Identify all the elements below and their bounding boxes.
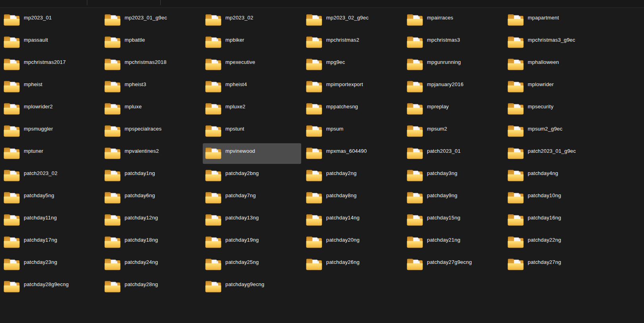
folder-tile[interactable]: mpstunt bbox=[203, 121, 301, 142]
explorer-window: mp2023_01 mp2023_01_g9ec mp2023_02 mp202… bbox=[0, 0, 644, 323]
folder-icon bbox=[205, 235, 221, 248]
folder-tile[interactable]: patchday18ng bbox=[102, 232, 200, 253]
folder-name: patchday21ng bbox=[427, 237, 460, 243]
folder-tile[interactable]: mpvalentines2 bbox=[102, 143, 200, 164]
folder-tile[interactable]: mpsecurity bbox=[505, 99, 604, 119]
folder-tile[interactable]: mplowrider2 bbox=[1, 99, 100, 119]
folder-tile[interactable]: patchday14ng bbox=[304, 210, 402, 231]
folder-tile[interactable]: mpluxe2 bbox=[203, 99, 301, 119]
folder-tile[interactable]: patch2023_01 bbox=[404, 143, 503, 164]
folder-tile[interactable]: mpsmuggler bbox=[1, 121, 100, 142]
folder-name: patchday16ng bbox=[528, 215, 561, 221]
folder-tile[interactable]: patchday6ng bbox=[102, 188, 200, 208]
folder-icon bbox=[306, 13, 322, 26]
folder-tile[interactable]: patchday10ng bbox=[505, 188, 604, 208]
folder-tile[interactable]: mpassault bbox=[1, 32, 100, 53]
folder-tile[interactable]: mpbiker bbox=[203, 32, 301, 53]
folder-tile[interactable]: patchday20ng bbox=[304, 232, 402, 253]
folder-tile[interactable]: mpapartment bbox=[505, 10, 604, 31]
folder-tile[interactable]: mpgunrunning bbox=[404, 54, 503, 75]
folder-tile[interactable]: mpjanuary2016 bbox=[404, 77, 503, 97]
folder-tile[interactable]: patchday28ng bbox=[102, 277, 200, 297]
folder-tile[interactable]: mppatchesng bbox=[304, 99, 402, 119]
folder-tile[interactable]: mpchristmas3 bbox=[404, 32, 503, 53]
folder-tile[interactable]: mpheist4 bbox=[203, 77, 301, 97]
folder-tile[interactable]: patchday1ng bbox=[102, 165, 200, 186]
folder-tile[interactable]: patchday3ng bbox=[404, 165, 503, 186]
folder-tile[interactable]: patchday26ng bbox=[304, 254, 402, 275]
folder-tile[interactable]: patchday23ng bbox=[1, 254, 100, 275]
folder-icon bbox=[4, 168, 20, 181]
folder-tile[interactable]: mpbattle bbox=[102, 32, 200, 53]
folder-tile[interactable]: mpxmas_604490 bbox=[304, 143, 402, 164]
folder-tile[interactable]: mphalloween bbox=[505, 54, 604, 75]
folder-name: mpvinewood bbox=[225, 148, 255, 154]
folder-tile[interactable]: patch2023_02 bbox=[1, 165, 100, 186]
folder-icon bbox=[306, 257, 322, 270]
folder-tile[interactable]: patchday24ng bbox=[102, 254, 200, 275]
folder-name: patchday20ng bbox=[326, 237, 359, 243]
folder-icon bbox=[4, 235, 20, 248]
folder-tile[interactable]: mpsum bbox=[304, 121, 402, 142]
folder-tile[interactable]: mpairraces bbox=[404, 10, 503, 31]
folder-tile[interactable]: patchday7ng bbox=[203, 188, 301, 208]
folder-tile[interactable]: patchday5ng bbox=[1, 188, 100, 208]
folder-tile[interactable]: patchday4ng bbox=[505, 165, 604, 186]
folder-icon bbox=[407, 257, 423, 270]
folder-tile[interactable]: patchday11ng bbox=[1, 210, 100, 231]
folder-tile[interactable]: mpchristmas2018 bbox=[102, 54, 200, 75]
folder-tile[interactable]: patchday9ng bbox=[404, 188, 503, 208]
folder-tile[interactable]: patchday25ng bbox=[203, 254, 301, 275]
folder-tile[interactable]: mp2023_02 bbox=[203, 10, 301, 31]
folder-tile[interactable]: patchday2bng bbox=[203, 165, 301, 186]
folder-name: mpbattle bbox=[125, 37, 145, 43]
folder-tile[interactable]: patchday22ng bbox=[505, 232, 604, 253]
folder-tile[interactable]: patchday13ng bbox=[203, 210, 301, 231]
folder-tile[interactable]: mpreplay bbox=[404, 99, 503, 119]
folder-tile[interactable]: mpchristmas2017 bbox=[1, 54, 100, 75]
folder-tile[interactable]: mp2023_01 bbox=[1, 10, 100, 31]
folder-tile[interactable]: mpimportexport bbox=[304, 77, 402, 97]
folder-tile[interactable]: mpheist3 bbox=[102, 77, 200, 97]
folder-tile[interactable]: mplowrider bbox=[505, 77, 604, 97]
folder-name: mpstunt bbox=[225, 126, 244, 132]
folder-tile[interactable]: mpheist bbox=[1, 77, 100, 97]
folder-tile[interactable]: patch2023_01_g9ec bbox=[505, 143, 604, 164]
folder-tile[interactable]: patchday27g9ecng bbox=[404, 254, 503, 275]
folder-icon bbox=[407, 13, 423, 26]
folder-tile[interactable]: patchday8ng bbox=[304, 188, 402, 208]
folder-icon bbox=[4, 190, 20, 204]
folder-tile[interactable]: patchday15ng bbox=[404, 210, 503, 231]
folder-tile[interactable]: patchday27ng bbox=[505, 254, 604, 275]
folder-icon bbox=[407, 57, 423, 70]
folder-icon bbox=[205, 57, 221, 70]
folder-tile[interactable]: mpsum2_g9ec bbox=[505, 121, 604, 142]
folder-name: patchday27g9ecng bbox=[427, 259, 472, 265]
folder-icon bbox=[104, 146, 121, 159]
folder-tile[interactable]: patchday2ng bbox=[304, 165, 402, 186]
folder-tile[interactable]: mpspecialraces bbox=[102, 121, 200, 142]
folder-icon bbox=[4, 279, 20, 292]
folder-tile[interactable]: patchday19ng bbox=[203, 232, 301, 253]
folder-tile[interactable]: patchdayg9ecng bbox=[203, 277, 301, 297]
folder-tile[interactable]: patchday17ng bbox=[1, 232, 100, 253]
folder-tile[interactable]: mpsum2 bbox=[404, 121, 503, 142]
folder-tile[interactable]: mpluxe bbox=[102, 99, 200, 119]
folder-tile[interactable]: patchday12ng bbox=[102, 210, 200, 231]
folder-name: mpxmas_604490 bbox=[326, 148, 367, 154]
folder-tile[interactable]: mp2023_01_g9ec bbox=[102, 10, 200, 31]
folder-tile[interactable]: mpchristmas3_g9ec bbox=[505, 32, 604, 53]
folder-tile[interactable]: mptuner bbox=[1, 143, 100, 164]
folder-tile[interactable]: mpg9ec bbox=[304, 54, 402, 75]
folder-icon bbox=[104, 235, 121, 248]
folder-tile[interactable]: mpchristmas2 bbox=[304, 32, 402, 53]
folder-tile[interactable]: mpvinewood bbox=[203, 143, 301, 164]
folder-tile[interactable]: patchday28g9ecng bbox=[1, 277, 100, 297]
folder-name: mpspecialraces bbox=[125, 126, 161, 132]
folder-tile[interactable]: mpexecutive bbox=[203, 54, 301, 75]
folder-name: mpsmuggler bbox=[24, 126, 53, 132]
folder-name: patchday5ng bbox=[24, 192, 54, 199]
folder-tile[interactable]: patchday16ng bbox=[505, 210, 604, 231]
folder-tile[interactable]: mp2023_02_g9ec bbox=[304, 10, 402, 31]
folder-tile[interactable]: patchday21ng bbox=[404, 232, 503, 253]
